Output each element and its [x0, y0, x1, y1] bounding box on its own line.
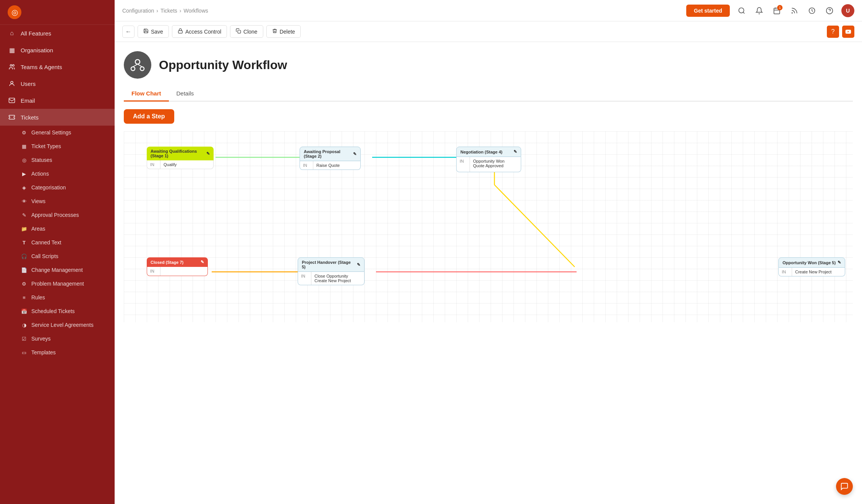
notification-badge: 1 [777, 5, 783, 10]
stage5opp-action: Create New Project [792, 268, 845, 276]
app-logo[interactable]: ◎ [8, 5, 21, 19]
back-button[interactable]: ← [122, 26, 134, 38]
feed-icon[interactable] [789, 5, 800, 16]
main-content: Configuration › Tickets › Workflows Get … [115, 0, 862, 504]
stage5proj-edit-icon[interactable]: ✎ [357, 262, 360, 267]
stage5proj-label: Project Handover (Stage 5) [302, 260, 355, 269]
sidebar-item-email[interactable]: Email [0, 92, 115, 109]
page-content: Opportunity Workflow Flow Chart Details … [115, 42, 862, 504]
sidebar-item-surveys[interactable]: ☑ Surveys [0, 332, 115, 346]
stage-node-5-opp[interactable]: Opportunity Won (Stage 5) ✎ IN Create Ne… [778, 257, 845, 276]
sidebar-item-call-scripts[interactable]: 🎧 Call Scripts [0, 249, 115, 263]
categorisation-icon: ◈ [21, 184, 28, 191]
clock-icon[interactable] [806, 5, 818, 16]
workflow-tabs: Flow Chart Details [124, 86, 853, 102]
sidebar-item-change-management[interactable]: 📄 Change Management [0, 263, 115, 277]
stage2-action: Raise Quote [313, 161, 360, 170]
search-icon[interactable] [736, 5, 747, 16]
delete-button[interactable]: Delete [266, 25, 301, 38]
svg-rect-3 [9, 98, 15, 103]
templates-icon: ▭ [21, 349, 28, 356]
save-button[interactable]: Save [138, 25, 169, 38]
sidebar-item-problem-management[interactable]: ⚙ Problem Management [0, 277, 115, 291]
sidebar-item-scheduled-tickets[interactable]: 📅 Scheduled Tickets [0, 304, 115, 318]
svg-line-20 [494, 185, 575, 267]
sidebar-item-statuses[interactable]: ◎ Statuses [0, 153, 115, 167]
sidebar: ◎ ⌂ All Features ▦ Organisation Teams & … [0, 0, 115, 504]
stage-node-7[interactable]: Closed (Stage 7) ✎ IN [147, 257, 208, 276]
sidebar-item-actions[interactable]: ▶ Actions [0, 167, 115, 181]
surveys-icon: ☑ [21, 335, 28, 342]
stage5opp-edit-icon[interactable]: ✎ [838, 260, 841, 265]
access-control-button[interactable]: Access Control [172, 25, 227, 38]
sidebar-item-teams-agents[interactable]: Teams & Agents [0, 58, 115, 75]
breadcrumb-tickets[interactable]: Tickets [160, 8, 177, 14]
stage7-edit-icon[interactable]: ✎ [201, 260, 204, 265]
grid-icon: ▦ [8, 46, 16, 54]
svg-point-1 [13, 65, 15, 66]
svg-line-16 [138, 64, 142, 67]
stage4-in-label: IN [457, 157, 470, 172]
svg-point-6 [792, 13, 792, 13]
workflow-title: Opportunity Workflow [159, 58, 287, 72]
stage1-label: Awaiting Qualifications (Stage 1) [151, 149, 205, 158]
sidebar-item-rules[interactable]: ≡ Rules [0, 291, 115, 304]
stage1-edit-icon[interactable]: ✎ [206, 151, 210, 156]
sidebar-item-areas[interactable]: 📁 Areas [0, 222, 115, 236]
sidebar-item-users[interactable]: Users [0, 75, 115, 92]
areas-icon: 📁 [21, 225, 28, 232]
sidebar-item-approval-processes[interactable]: ✎ Approval Processes [0, 208, 115, 222]
help-icon[interactable] [824, 5, 835, 16]
sidebar-item-views[interactable]: 👁 Views [0, 194, 115, 208]
sidebar-item-all-features[interactable]: ⌂ All Features [0, 25, 115, 42]
svg-point-0 [10, 65, 12, 66]
breadcrumb: Configuration › Tickets › Workflows [122, 8, 208, 14]
add-step-button[interactable]: Add a Step [124, 109, 174, 124]
tab-details[interactable]: Details [169, 86, 202, 102]
chat-bubble[interactable] [836, 478, 853, 495]
stage2-edit-icon[interactable]: ✎ [353, 152, 356, 157]
sla-icon: ◑ [21, 321, 28, 328]
settings-icon: ⚙ [21, 129, 28, 136]
svg-line-15 [133, 64, 138, 67]
scheduled-icon: 📅 [21, 308, 28, 315]
tab-flow-chart[interactable]: Flow Chart [124, 86, 169, 102]
stage-node-4[interactable]: Negotiation (Stage 4) ✎ IN Opportunity W… [456, 147, 521, 172]
clone-button[interactable]: Clone [230, 25, 263, 38]
sidebar-item-templates[interactable]: ▭ Templates [0, 346, 115, 359]
breadcrumb-config[interactable]: Configuration [122, 8, 154, 14]
stage-node-5-proj[interactable]: Project Handover (Stage 5) ✎ IN Close Op… [298, 257, 365, 285]
sidebar-item-sla[interactable]: ◑ Service Level Agreements [0, 318, 115, 332]
notifications-icon[interactable] [753, 5, 765, 16]
sidebar-item-general-settings[interactable]: ⚙ General Settings [0, 126, 115, 139]
stage-node-2[interactable]: Awaiting Proposal (Stage 2) ✎ IN Raise Q… [300, 147, 361, 170]
stage5proj-action: Close Opportunity Create New Project [311, 272, 364, 285]
calendar-icon[interactable]: 1 [771, 5, 783, 16]
user-avatar[interactable]: U [841, 4, 854, 17]
lock-icon [178, 28, 183, 35]
get-started-button[interactable]: Get started [686, 5, 730, 17]
stage-node-1[interactable]: Awaiting Qualifications (Stage 1) ✎ IN Q… [147, 147, 214, 169]
stage1-in-label: IN [147, 160, 160, 169]
sidebar-item-canned-text[interactable]: T Canned Text [0, 236, 115, 249]
rules-icon: ≡ [21, 294, 28, 301]
stage4-action: Opportunity Won Quote Approved [470, 157, 521, 172]
stage4-label: Negotiation (Stage 4) [460, 150, 502, 154]
home-icon: ⌂ [8, 29, 16, 37]
stage4-edit-icon[interactable]: ✎ [514, 149, 517, 154]
sidebar-item-categorisation[interactable]: ◈ Categorisation [0, 181, 115, 194]
sidebar-item-ticket-types[interactable]: ▦ Ticket Types [0, 139, 115, 153]
breadcrumb-workflows[interactable]: Workflows [183, 8, 208, 14]
ticket-types-icon: ▦ [21, 143, 28, 150]
stage7-label: Closed (Stage 7) [151, 260, 183, 265]
teams-icon [8, 63, 16, 71]
sidebar-item-organisation[interactable]: ▦ Organisation [0, 42, 115, 58]
svg-rect-10 [238, 30, 241, 33]
help-red-button[interactable]: ? [827, 26, 839, 38]
sidebar-item-tickets[interactable]: Tickets [0, 109, 115, 126]
youtube-button[interactable] [842, 26, 854, 38]
stage1-action: Qualify [160, 160, 213, 169]
delete-icon [272, 28, 277, 35]
actions-icon: ▶ [21, 170, 28, 177]
topbar: Configuration › Tickets › Workflows Get … [115, 0, 862, 21]
